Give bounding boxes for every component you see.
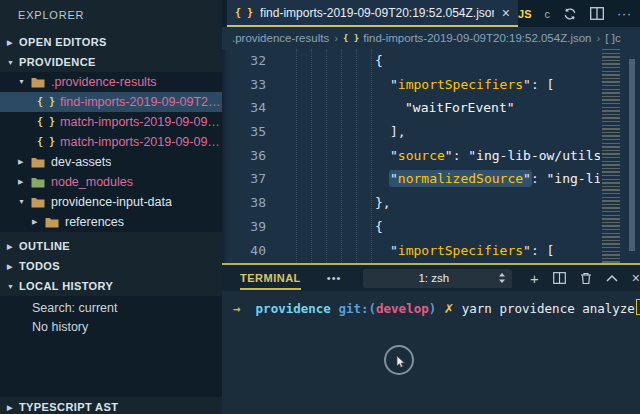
terminal-shell-value: 1: zsh — [369, 272, 498, 284]
tree-item-providence-input-data[interactable]: ▼providence-input-data — [0, 192, 222, 212]
tab-bar: { } find-imports-2019-09-09T20:19:52.054… — [222, 0, 640, 27]
section-providence[interactable]: ▼PROVIDENCE — [0, 52, 222, 72]
sync-icon[interactable] — [563, 7, 577, 21]
prompt-git-prefix: git:( — [338, 301, 376, 316]
chevron-down-icon: ▼ — [18, 192, 31, 212]
tree-item-dev-assets[interactable]: ▶dev-assets — [0, 152, 222, 172]
trash-icon[interactable] — [580, 272, 592, 285]
section-outline[interactable]: ▶OUTLINE — [0, 236, 222, 256]
code-token: importSpecifiers — [398, 243, 523, 258]
new-terminal-icon[interactable]: + — [530, 271, 539, 286]
code-line-39[interactable]: 39{ — [222, 215, 600, 239]
tree-item-find-imports-2019-09-09t20-[interactable]: { }find-imports-2019-09-09T20... — [0, 92, 222, 112]
prompt-git-branch: develop — [376, 301, 429, 316]
terminal-shell-select[interactable]: 1: zsh — [363, 269, 512, 288]
code-token: source — [398, 148, 445, 163]
tree-item-match-imports-2019-09-09t-[interactable]: { }match-imports-2019-09-09T... — [0, 132, 222, 152]
split-terminal-icon[interactable] — [553, 272, 566, 284]
code-token: " — [523, 77, 531, 92]
terminal-tab[interactable]: TERMINAL — [240, 272, 301, 284]
code-line-36[interactable]: 36"source": "ing-lib-ow/utils/eve — [222, 144, 600, 168]
tab-close-icon[interactable]: × — [502, 5, 510, 21]
breadcrumb: .providence-results › { } find-imports-2… — [222, 27, 640, 49]
tree-item-references[interactable]: ▶references — [0, 212, 222, 232]
line-number: 33 — [222, 73, 266, 97]
section-label: OPEN EDITORS — [19, 36, 107, 48]
tree-item-label: providence-input-data — [51, 192, 172, 212]
close-panel-icon[interactable]: × — [632, 270, 640, 286]
section-local-history[interactable]: ▼LOCAL HISTORY — [0, 276, 222, 296]
more-actions-icon[interactable]: ··· — [617, 7, 632, 21]
code-line-35[interactable]: 35], — [222, 120, 600, 144]
code-token: : [ — [531, 77, 554, 92]
vscode-window: EXPLORER ▶OPEN EDITORS ▼PROVIDENCE ▼.pro… — [0, 0, 640, 414]
code-token: { — [375, 219, 383, 234]
js-language-badge[interactable]: JS — [518, 8, 531, 20]
code-token: : — [531, 171, 547, 186]
prompt-directory: providence — [256, 301, 331, 316]
terminal-cursor — [636, 299, 640, 315]
chevron-right-icon: ▶ — [7, 257, 19, 277]
chevron-right-icon: ▶ — [32, 212, 45, 232]
json-file-icon: { } — [235, 7, 253, 18]
section-todos[interactable]: ▶TODOS — [0, 256, 222, 276]
code-token: " — [390, 243, 398, 258]
c-badge[interactable]: c — [545, 8, 551, 20]
tab-find-imports-json[interactable]: { } find-imports-2019-09-09T20:19:52.054… — [227, 0, 518, 27]
code-token: " — [390, 148, 398, 163]
tree-item-node-modules[interactable]: ▶node_modules — [0, 172, 222, 192]
chevron-down-icon: ▼ — [18, 72, 31, 92]
code-line-38[interactable]: 38}, — [222, 191, 600, 215]
editor-scrollbar[interactable] — [628, 49, 636, 263]
chevron-down-icon: ▼ — [7, 277, 19, 297]
section-label: TODOS — [19, 260, 60, 272]
code-line-34[interactable]: 34"waitForEvent" — [222, 96, 600, 120]
line-number: 36 — [222, 144, 266, 168]
local-history-panel: Search: currentNo history — [0, 296, 222, 397]
line-number: 40 — [222, 239, 266, 263]
line-number: 35 — [222, 120, 266, 144]
tree-item-label: .providence-results — [51, 72, 157, 92]
prompt-arrow: → — [233, 301, 241, 316]
breadcrumb-node[interactable]: [ ]c — [605, 32, 620, 44]
section-label: OUTLINE — [19, 240, 70, 252]
sidebar-title: EXPLORER — [18, 0, 84, 30]
code-line-37[interactable]: 37"normalizedSource": "ing-lib-ow — [222, 167, 600, 191]
section-label: LOCAL HISTORY — [19, 280, 113, 292]
tree-item--providence-results[interactable]: ▼.providence-results — [0, 72, 222, 92]
code-token: "waitForEvent" — [405, 100, 515, 115]
code-token: : — [453, 148, 469, 163]
tree-item-label: node_modules — [51, 172, 133, 192]
maximize-panel-icon[interactable] — [606, 274, 618, 282]
section-open-editors[interactable]: ▶OPEN EDITORS — [0, 32, 222, 52]
code-line-33[interactable]: 33"importSpecifiers": [ — [222, 73, 600, 97]
split-editor-icon[interactable] — [590, 7, 604, 20]
chevron-down-icon: ▼ — [7, 53, 19, 73]
breadcrumb-folder[interactable]: .providence-results — [232, 32, 329, 44]
code-token: ], — [390, 124, 406, 139]
section-typescript-ast[interactable]: ▶TYPESCRIPT AST — [0, 397, 222, 414]
code-token: { — [375, 53, 383, 68]
tree-item-match-imports-2019-09-09t-[interactable]: { }match-imports-2019-09-09T... — [0, 112, 222, 132]
code-line-40[interactable]: 40"importSpecifiers": [ — [222, 239, 600, 263]
terminal-body[interactable]: → providence git:(develop) ✗ yarn provid… — [222, 291, 640, 414]
word-highlight: "normalizedSource" — [390, 171, 531, 186]
terminal-more-icon[interactable]: ••• — [327, 272, 342, 284]
breadcrumb-file[interactable]: find-imports-2019-09-09T20:19:52.054Z.js… — [363, 32, 591, 44]
minimap[interactable] — [600, 49, 626, 263]
line-content: ], — [390, 120, 406, 144]
code-token: " — [523, 171, 531, 186]
json-file-icon: { } — [343, 33, 359, 43]
line-content: "normalizedSource": "ing-lib-ow — [390, 167, 600, 191]
code-editor[interactable]: 32{33"importSpecifiers": [34"waitForEven… — [222, 49, 640, 263]
line-content: }, — [375, 191, 391, 215]
prompt-command: yarn providence analyze — [462, 301, 635, 316]
line-number: 34 — [222, 96, 266, 120]
line-content: "importSpecifiers": [ — [390, 73, 554, 97]
folder-open-icon — [31, 77, 45, 88]
scrollbar-thumb[interactable] — [629, 59, 635, 251]
tree-item-label: match-imports-2019-09-09T... — [60, 132, 222, 152]
code-line-32[interactable]: 32{ — [222, 49, 600, 73]
breadcrumb-separator: › — [596, 32, 600, 44]
editor-group: { } find-imports-2019-09-09T20:19:52.054… — [222, 0, 640, 265]
